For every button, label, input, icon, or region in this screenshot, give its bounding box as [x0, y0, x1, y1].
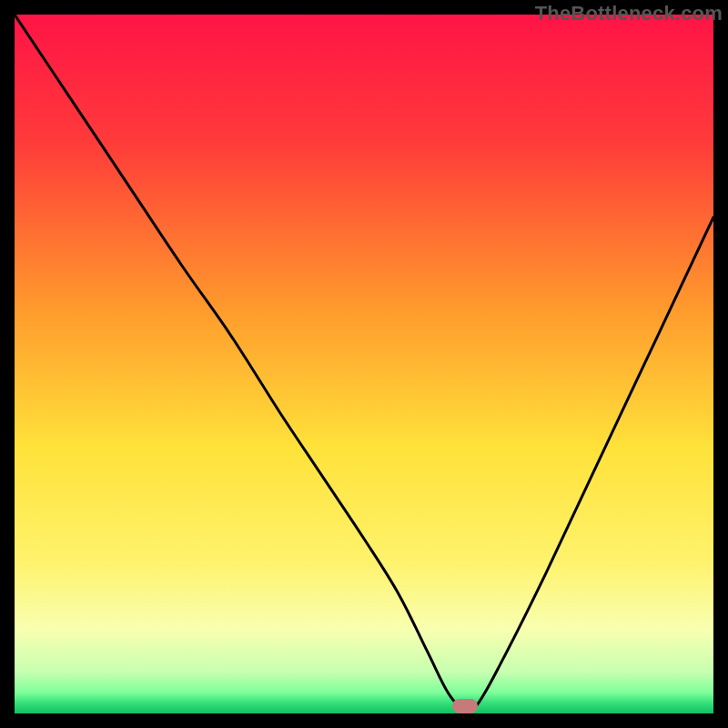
- chart-svg: [15, 15, 713, 713]
- gradient-background: [15, 15, 713, 713]
- plot-area: [15, 15, 713, 713]
- chart-frame: TheBottleneck.com: [0, 0, 728, 728]
- optimum-marker: [452, 699, 478, 713]
- watermark-text: TheBottleneck.com: [535, 2, 723, 25]
